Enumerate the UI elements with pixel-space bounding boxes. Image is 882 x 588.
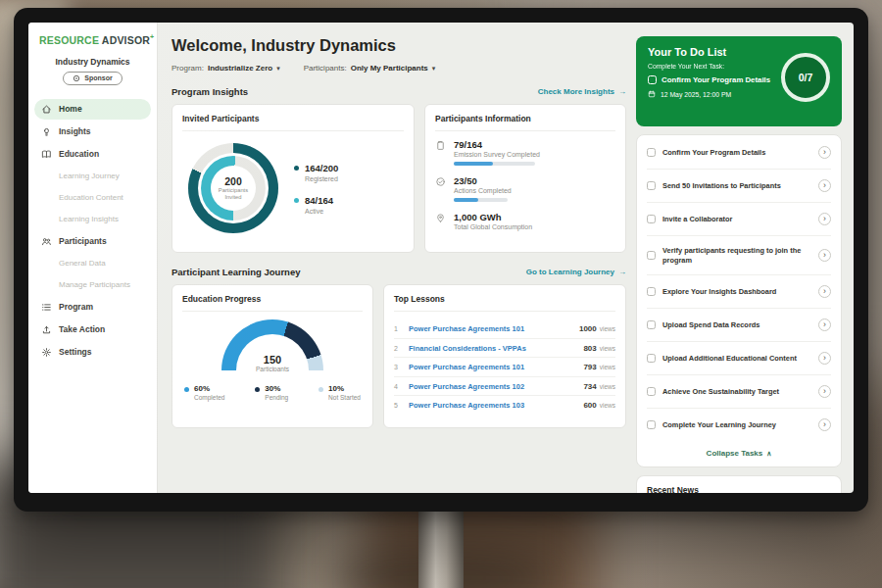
sidebar-item-manage-participants[interactable]: Manage Participants	[34, 275, 151, 295]
task-row-explore-insights[interactable]: Explore Your Insights Dashboard ›	[647, 275, 831, 309]
chevron-right-icon[interactable]: ›	[818, 213, 831, 225]
lesson-link[interactable]: Power Purchase Agreements 101	[409, 324, 572, 333]
education-progress-card: Education Progress 150 Participants	[172, 284, 373, 428]
task-row-send-invitations[interactable]: Send 50 Invitations to Participants ›	[647, 170, 831, 203]
task-label: Invite a Collaborator	[662, 215, 811, 224]
checkbox-icon[interactable]	[647, 420, 656, 429]
lesson-link[interactable]: Power Purchase Agreements 101	[409, 363, 576, 371]
stat-value: 1,000 GWh	[454, 212, 532, 222]
sidebar-item-insights[interactable]: Insights	[34, 122, 151, 142]
learning-journey-header: Participant Learning Journey Go to Learn…	[172, 267, 626, 277]
sidebar-item-education-content[interactable]: Education Content	[34, 188, 151, 208]
checkbox-icon[interactable]	[647, 215, 656, 223]
sidebar-item-learning-journey[interactable]: Learning Journey	[34, 167, 151, 186]
lesson-views: 793views	[583, 363, 615, 371]
checkbox-icon[interactable]	[647, 251, 656, 260]
sidebar-item-learning-insights[interactable]: Learning Insights	[34, 210, 151, 229]
task-row-achieve-target[interactable]: Achieve One Sustainability Target ›	[647, 375, 831, 409]
chevron-right-icon[interactable]: ›	[818, 249, 831, 262]
task-row-upload-educational-content[interactable]: Upload Additional Educational Content ›	[647, 342, 831, 375]
program-dropdown[interactable]: Program: Industrialize Zero ▾	[172, 64, 280, 73]
checkbox-icon[interactable]	[647, 387, 656, 396]
clipboard-icon	[435, 140, 446, 151]
app-logo: RESOURCE ADVISOR+	[28, 33, 157, 46]
legend-item-active: 84/164 Active	[294, 195, 338, 215]
program-value: Industrialize Zero	[208, 64, 272, 73]
task-row-upload-spend-data[interactable]: Upload Spend Data Records ›	[647, 309, 831, 342]
info-progress-fill	[454, 198, 478, 202]
collapse-tasks-button[interactable]: Collapse Tasks∧	[647, 441, 831, 466]
lesson-link[interactable]: Financial Considerations - VPPAs	[409, 344, 576, 353]
lesson-row: 3 Power Purchase Agreements 101 793views	[394, 358, 615, 377]
sidebar-item-settings[interactable]: Settings	[34, 342, 151, 363]
filter-bar: Program: Industrialize Zero ▾ Participan…	[172, 64, 626, 73]
sidebar-item-label: Education	[59, 149, 99, 159]
task-label: Upload Additional Educational Content	[662, 354, 811, 364]
legend-item-not-started: 10% Not Started	[318, 384, 361, 401]
chevron-up-icon: ∧	[766, 450, 771, 457]
logo-primary: RESOURCE	[39, 34, 99, 46]
check-more-insights-link[interactable]: Check More Insights →	[538, 87, 626, 96]
chevron-right-icon[interactable]: ›	[818, 285, 831, 298]
legend-dot	[294, 198, 299, 203]
sidebar-item-participants[interactable]: Participants	[34, 231, 151, 252]
checkbox-icon[interactable]	[647, 287, 656, 296]
sidebar-item-label: Learning Insights	[59, 215, 119, 223]
lesson-rank: 2	[394, 345, 402, 352]
checkbox-icon[interactable]	[647, 181, 656, 190]
sidebar-item-education[interactable]: Education	[34, 144, 151, 165]
lesson-views: 734views	[583, 382, 615, 391]
participants-information-card: Participants Information 79/164 Emission…	[424, 104, 626, 253]
chevron-right-icon[interactable]: ›	[818, 146, 831, 159]
chevron-right-icon[interactable]: ›	[818, 179, 831, 192]
todo-column: Your To Do List Complete Your Next Task:…	[636, 23, 854, 493]
legend-label: Pending	[265, 394, 288, 401]
sidebar-item-label: Program	[59, 302, 93, 312]
sidebar-item-program[interactable]: Program	[34, 297, 151, 318]
program-insights-header: Program Insights Check More Insights →	[172, 86, 626, 97]
task-row-complete-learning-journey[interactable]: Complete Your Learning Journey ›	[647, 409, 831, 441]
legend-dot	[318, 387, 323, 392]
sponsor-badge-label: Sponsor	[84, 74, 112, 81]
chevron-right-icon[interactable]: ›	[818, 418, 831, 431]
recent-news-card: Recent News	[636, 475, 842, 493]
lesson-link[interactable]: Power Purchase Agreements 102	[409, 382, 576, 391]
sidebar-item-label: Home	[59, 104, 82, 114]
card-title: Participants Information	[435, 114, 615, 131]
lesson-link[interactable]: Power Purchase Agreements 103	[409, 401, 576, 410]
page-title: Welcome, Industry Dynamics	[172, 36, 626, 55]
chevron-right-icon[interactable]: ›	[818, 385, 831, 398]
checkbox-icon[interactable]	[648, 75, 657, 84]
legend-label: Not Started	[328, 394, 361, 401]
gauge-legend: 60% Completed 30% Pending	[182, 384, 363, 401]
task-label: Explore Your Insights Dashboard	[662, 287, 811, 297]
go-to-learning-journey-link[interactable]: Go to Learning Journey →	[526, 268, 626, 276]
chevron-right-icon[interactable]: ›	[818, 318, 831, 331]
sidebar-item-home[interactable]: Home	[34, 99, 151, 120]
checkbox-icon[interactable]	[647, 148, 656, 157]
legend-item-completed: 60% Completed	[184, 384, 224, 401]
lightbulb-icon	[41, 126, 52, 137]
task-row-confirm-program[interactable]: Confirm Your Program Details ›	[647, 136, 831, 170]
logo-plus: +	[150, 33, 154, 40]
stat-value: 79/164	[454, 139, 540, 150]
people-icon	[41, 236, 52, 247]
checkbox-icon[interactable]	[647, 354, 656, 363]
sponsor-icon	[73, 74, 80, 82]
card-title: Education Progress	[182, 294, 363, 312]
chevron-right-icon[interactable]: ›	[818, 352, 831, 365]
task-label: Verify participants requesting to join t…	[662, 246, 811, 265]
education-gauge-chart: 150 Participants	[221, 319, 323, 371]
sidebar-item-take-action[interactable]: Take Action	[34, 319, 151, 340]
sidebar-item-general-data[interactable]: General Data	[34, 254, 151, 273]
checkbox-icon[interactable]	[647, 320, 656, 329]
todo-next-task[interactable]: Confirm Your Program Details	[648, 75, 783, 84]
todo-summary-card: Your To Do List Complete Your Next Task:…	[636, 36, 842, 126]
sidebar-item-label: Manage Participants	[59, 280, 130, 289]
task-row-invite-collaborator[interactable]: Invite a Collaborator ›	[647, 203, 831, 236]
lesson-row: 1 Power Purchase Agreements 101 1000view…	[394, 319, 615, 339]
sponsor-badge[interactable]: Sponsor	[63, 72, 122, 85]
stat-label: Total Global Consumption	[454, 223, 532, 230]
participants-dropdown[interactable]: Participants: Only My Participants ▾	[304, 64, 436, 73]
task-row-verify-participants[interactable]: Verify participants requesting to join t…	[647, 236, 831, 275]
